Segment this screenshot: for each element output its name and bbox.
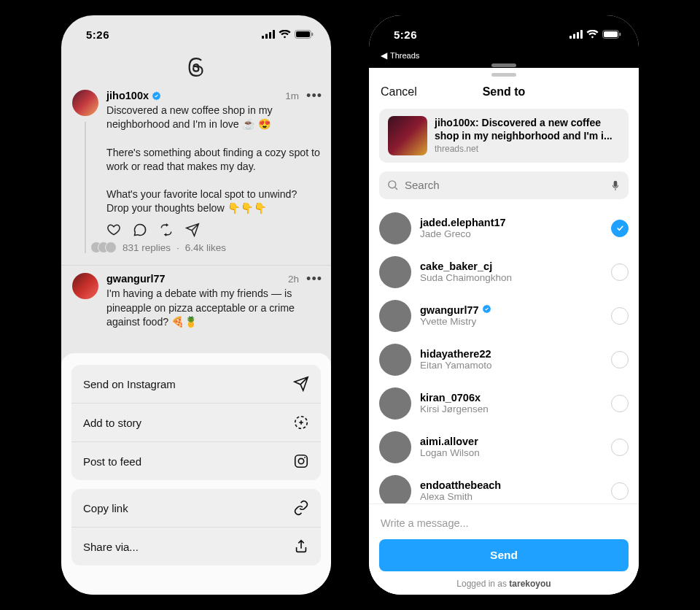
contact-realname: Eitan Yamamoto bbox=[420, 360, 602, 371]
contact-row[interactable]: gwangurl77 Yvette Mistry bbox=[379, 294, 629, 338]
svg-rect-12 bbox=[573, 34, 575, 39]
search-input[interactable] bbox=[405, 179, 604, 191]
select-radio[interactable] bbox=[611, 220, 629, 237]
contact-realname: Jade Greco bbox=[420, 228, 602, 239]
copy-link-row[interactable]: Copy link bbox=[71, 489, 321, 527]
preview-source: threads.net bbox=[435, 144, 620, 154]
avatar bbox=[379, 344, 411, 376]
select-radio[interactable] bbox=[611, 263, 629, 281]
share-group: Send on Instagram Add to story Post to f… bbox=[71, 365, 321, 480]
wifi-icon bbox=[279, 30, 291, 39]
contact-row[interactable]: jaded.elephant17Jade Greco bbox=[379, 206, 629, 250]
instagram-icon bbox=[293, 453, 309, 469]
status-indicators bbox=[569, 30, 621, 39]
svg-rect-14 bbox=[580, 30, 583, 39]
background-sheet-grip bbox=[491, 63, 516, 67]
avatar bbox=[379, 431, 411, 463]
phone-threads: 5:26 jiho100x bbox=[61, 15, 331, 595]
svg-rect-16 bbox=[604, 31, 618, 37]
back-to-app[interactable]: ◀ Threads bbox=[381, 50, 419, 61]
svg-point-10 bbox=[304, 457, 306, 458]
contact-username: cake_baker_cj bbox=[420, 260, 602, 272]
post-age: 2h bbox=[288, 274, 299, 285]
svg-rect-11 bbox=[569, 36, 572, 39]
battery-icon bbox=[295, 30, 314, 39]
status-bar: 5:26 bbox=[369, 15, 639, 49]
svg-rect-17 bbox=[620, 33, 621, 36]
post-more-button[interactable]: ••• bbox=[306, 275, 322, 282]
search-icon bbox=[386, 179, 399, 191]
post: jiho100x 1m ••• Discovered a new coffee … bbox=[61, 85, 331, 260]
select-radio[interactable] bbox=[611, 395, 629, 412]
row-label: Add to story bbox=[83, 417, 141, 429]
avatar bbox=[379, 256, 411, 288]
svg-point-9 bbox=[298, 458, 303, 463]
share-via-row[interactable]: Share via... bbox=[71, 527, 321, 565]
svg-rect-13 bbox=[577, 32, 579, 39]
select-radio[interactable] bbox=[611, 351, 629, 368]
avatar[interactable] bbox=[72, 90, 98, 116]
contact-username: hidayathere22 bbox=[420, 348, 602, 360]
contact-row[interactable]: kiran_0706xKirsi Jørgensen bbox=[379, 382, 629, 425]
contact-row[interactable]: aimi.alloverLogan Wilson bbox=[379, 425, 629, 469]
post: gwangurl77 2h ••• I'm having a debate wi… bbox=[61, 269, 331, 336]
svg-point-18 bbox=[389, 181, 396, 188]
post-username[interactable]: gwangurl77 bbox=[106, 273, 166, 285]
post-username[interactable]: jiho100x bbox=[106, 90, 149, 101]
message-input[interactable]: Write a message... bbox=[379, 513, 629, 539]
repost-icon[interactable] bbox=[159, 223, 174, 237]
avatar bbox=[379, 300, 411, 332]
preview-text: jiho100x: Discovered a new coffee shop i… bbox=[435, 117, 620, 142]
cellular-icon bbox=[569, 30, 583, 39]
post-age: 1m bbox=[285, 90, 299, 101]
select-radio[interactable] bbox=[611, 482, 629, 500]
search-bar[interactable] bbox=[379, 171, 629, 199]
svg-rect-1 bbox=[265, 34, 268, 39]
sheet-grip[interactable] bbox=[491, 73, 516, 77]
add-to-story-row[interactable]: Add to story bbox=[71, 403, 321, 441]
cancel-button[interactable]: Cancel bbox=[381, 85, 417, 99]
post-more-button[interactable]: ••• bbox=[306, 92, 322, 99]
wifi-icon bbox=[586, 30, 599, 39]
post-to-feed-row[interactable]: Post to feed bbox=[71, 441, 321, 480]
share-preview: jiho100x: Discovered a new coffee shop i… bbox=[379, 109, 629, 163]
reply-avatar bbox=[105, 242, 117, 253]
contact-row[interactable]: cake_baker_cjSuda Chaimongkhon bbox=[379, 250, 629, 294]
post-actions bbox=[106, 223, 322, 237]
verified-badge-icon bbox=[152, 91, 161, 101]
send-button[interactable]: Send bbox=[379, 539, 629, 571]
link-icon bbox=[293, 500, 309, 516]
thread-line bbox=[85, 122, 86, 253]
status-time: 5:26 bbox=[86, 28, 109, 41]
replies-count[interactable]: 831 replies bbox=[122, 242, 171, 253]
send-on-instagram-row[interactable]: Send on Instagram bbox=[71, 365, 321, 403]
likes-count[interactable]: 6.4k likes bbox=[185, 242, 226, 253]
story-icon bbox=[293, 414, 309, 431]
svg-rect-3 bbox=[273, 30, 275, 39]
send-icon bbox=[293, 376, 309, 392]
svg-rect-0 bbox=[262, 36, 264, 39]
verified-badge-icon bbox=[482, 304, 491, 316]
share-up-icon bbox=[293, 538, 309, 555]
battery-icon bbox=[602, 30, 621, 39]
sheet-title: Send to bbox=[483, 85, 526, 98]
select-radio[interactable] bbox=[611, 307, 629, 325]
share-icon[interactable] bbox=[185, 223, 200, 237]
contact-realname: Yvette Mistry bbox=[420, 316, 602, 327]
select-radio[interactable] bbox=[611, 439, 629, 456]
avatar[interactable] bbox=[72, 273, 98, 299]
contact-realname: Logan Wilson bbox=[420, 447, 602, 458]
contact-realname: Suda Chaimongkhon bbox=[420, 272, 602, 283]
row-label: Copy link bbox=[83, 502, 128, 514]
contact-username: jaded.elephant17 bbox=[420, 217, 602, 228]
reply-icon[interactable] bbox=[133, 223, 147, 237]
mic-icon[interactable] bbox=[610, 179, 621, 192]
contact-username: kiran_0706x bbox=[420, 392, 602, 404]
like-icon[interactable] bbox=[106, 223, 121, 237]
svg-rect-2 bbox=[269, 32, 271, 39]
svg-rect-6 bbox=[312, 33, 314, 36]
avatar bbox=[379, 475, 411, 507]
contact-row[interactable]: hidayathere22Eitan Yamamoto bbox=[379, 338, 629, 382]
send-to-sheet: Cancel Send to jiho100x: Discovered a ne… bbox=[369, 68, 639, 595]
contact-username: aimi.allover bbox=[420, 436, 602, 447]
